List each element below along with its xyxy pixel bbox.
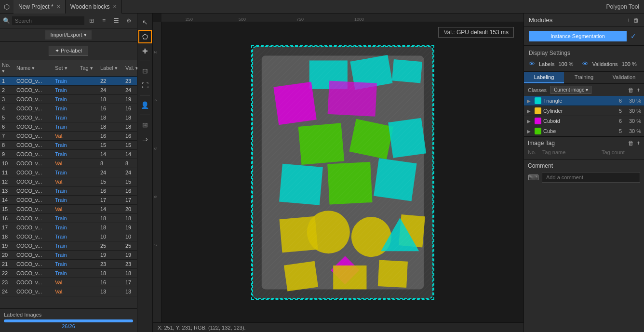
arrow-tool-btn[interactable]: ⇒ [138, 133, 152, 146]
cell-label: 15 [98, 141, 123, 149]
col-tag[interactable]: Tag ▾ [78, 61, 98, 75]
tab-labeling[interactable]: Labeling [524, 72, 564, 83]
class-name-label: Cylinder [543, 108, 610, 114]
val-value: GPU default 153 ms [456, 29, 509, 36]
table-row[interactable]: 6 COCO_v... Train 18 18 [0, 122, 137, 132]
filter-icon[interactable]: ≡ [99, 15, 109, 26]
col-set[interactable]: Set ▾ [53, 61, 78, 75]
table-row[interactable]: 20 COCO_v... Train 19 19 [0, 251, 137, 260]
class-name-label: Cuboid [543, 118, 610, 124]
table-row[interactable]: 5 COCO_v... Train 18 18 [0, 113, 137, 122]
cell-name: COCO_v... [14, 269, 53, 278]
validations-eye-icon[interactable]: 👁 [582, 60, 589, 67]
grid-tool-btn[interactable]: ⊞ [138, 118, 152, 132]
table-row[interactable]: 17 COCO_v... Train 18 19 [0, 223, 137, 232]
table-row[interactable]: 23 COCO_v... Val. 16 17 [0, 278, 137, 287]
person-tool-btn[interactable]: 👤 [138, 98, 152, 112]
cell-val: 18 [123, 214, 137, 223]
instance-segmentation-button[interactable]: Instance Segmentation [529, 31, 627, 41]
comment-title: Comment [528, 162, 640, 169]
cell-no: 12 [0, 177, 14, 186]
polygon-tool-btn[interactable]: ⬠ [138, 30, 152, 43]
segment-tool-btn[interactable]: ⛶ [138, 79, 152, 92]
table-row[interactable]: 1 COCO_v... Train 22 23 [0, 77, 137, 86]
table-row[interactable]: 7 COCO_v... Val. 16 16 [0, 132, 137, 141]
table-row[interactable]: 18 COCO_v... Train 10 10 [0, 232, 137, 241]
table-row[interactable]: 21 COCO_v... Train 23 23 [0, 260, 137, 269]
comment-input[interactable] [542, 172, 640, 183]
select-tool-btn[interactable]: ↖ [138, 15, 152, 29]
search-icon: 🔍 [3, 17, 10, 24]
settings-icon[interactable]: ⚙ [123, 15, 134, 26]
add-class-icon[interactable]: + [637, 87, 640, 93]
table-row[interactable]: 9 COCO_v... Train 14 14 [0, 150, 137, 159]
tab-training[interactable]: Training [564, 72, 604, 83]
delete-tag-icon[interactable]: 🗑 [628, 140, 634, 146]
import-export-button[interactable]: Import/Export ▾ [45, 30, 91, 40]
labels-eye-icon[interactable]: 👁 [529, 60, 535, 67]
ruler-tick-750: 750 [296, 17, 304, 22]
cell-tag [78, 205, 98, 213]
status-coordinates: X: 251, Y: 231; RGB: (122, 132, 123). [158, 325, 246, 331]
table-row[interactable]: 22 COCO_v... Train 18 18 [0, 269, 137, 278]
table-row[interactable]: 3 COCO_v... Train 18 19 [0, 95, 137, 104]
cell-set: Train [53, 186, 78, 195]
left-panel: 🔍 ⊞ ≡ ☰ ⚙ Import/Export ▾ ✦ Pre-label No… [0, 13, 137, 332]
table-row[interactable]: 16 COCO_v... Train 18 18 [0, 214, 137, 223]
table-row[interactable]: 2 COCO_v... Train 24 24 [0, 86, 137, 95]
checkmark-icon: ✓ [631, 32, 636, 40]
list-icon[interactable]: ☰ [111, 15, 122, 26]
tab-close-wooden-blocks[interactable]: ✕ [113, 4, 117, 9]
cell-label: 18 [98, 214, 123, 223]
cell-name: COCO_v... [14, 104, 53, 113]
class-color-swatch [535, 97, 541, 104]
canvas-content[interactable]: Val.: GPU default 153 ms [161, 22, 523, 322]
add-point-btn[interactable]: ✚ [138, 44, 152, 58]
cell-val: 24 [123, 168, 137, 177]
canvas-area[interactable]: 250 500 750 1000 2 4 5 6 7 Val.: GPU def… [153, 13, 523, 332]
cell-name: COCO_v... [14, 186, 53, 195]
delete-module-icon[interactable]: 🗑 [633, 17, 639, 24]
cell-val: 19 [123, 95, 137, 104]
tab-validation[interactable]: Validation [604, 72, 644, 83]
ruler-tick-500: 500 [239, 17, 246, 22]
tab-close-new-project[interactable]: ✕ [56, 4, 60, 9]
table-row[interactable]: 13 COCO_v... Train 16 16 [0, 186, 137, 196]
cell-no: 21 [0, 260, 14, 268]
table-row[interactable]: 8 COCO_v... Train 15 15 [0, 141, 137, 150]
cell-val: 10 [123, 232, 137, 241]
progress-bar-outer [4, 319, 133, 322]
table-row[interactable]: 4 COCO_v... Train 16 16 [0, 104, 137, 113]
table-row[interactable]: 14 COCO_v... Train 17 17 [0, 196, 137, 205]
pre-label-button[interactable]: ✦ Pre-label [49, 46, 88, 56]
bbox-tool-btn[interactable]: ⊡ [138, 64, 152, 78]
validations-text: Validations [592, 61, 618, 67]
tab-wooden-blocks[interactable]: Wooden blocks ✕ [66, 0, 122, 13]
col-label[interactable]: Label ▾ [98, 61, 123, 75]
cell-val: 23 [123, 260, 137, 268]
col-no[interactable]: No. ▾ [0, 61, 14, 75]
class-row[interactable]: ▶ Cube 5 30 % [524, 126, 644, 136]
tab-new-project[interactable]: New Project * ✕ [13, 0, 66, 13]
class-row[interactable]: ▶ Triangle 6 30 % [524, 96, 644, 106]
val-label-text: Val.: [443, 29, 456, 36]
add-module-icon[interactable]: + [627, 17, 631, 24]
table-row[interactable]: 15 COCO_v... Val. 14 20 [0, 205, 137, 214]
current-image-button[interactable]: Current image ▾ [550, 86, 591, 94]
table-row[interactable]: 10 COCO_v... Val. 8 8 [0, 159, 137, 168]
import-export-bar: Import/Export ▾ [0, 28, 137, 42]
class-row[interactable]: ▶ Cuboid 6 30 % [524, 116, 644, 126]
vertical-toolbar: ↖ ⬠ ✚ ⊡ ⛶ 👤 ⊞ ⇒ [137, 13, 153, 332]
cell-tag [78, 196, 98, 204]
progress-count: 26/26 [4, 323, 133, 329]
class-row[interactable]: ▶ Cylinder 5 30 % [524, 106, 644, 116]
add-tag-icon[interactable]: + [637, 140, 640, 146]
view-toggle-icon[interactable]: ⊞ [86, 15, 97, 26]
col-name[interactable]: Name ▾ [14, 61, 53, 75]
table-row[interactable]: 19 COCO_v... Train 25 25 [0, 241, 137, 251]
table-row[interactable]: 11 COCO_v... Train 24 24 [0, 168, 137, 177]
delete-class-icon[interactable]: 🗑 [628, 87, 634, 93]
table-row[interactable]: 24 COCO_v... Val. 13 13 [0, 287, 137, 296]
search-input[interactable] [12, 16, 84, 25]
table-row[interactable]: 12 COCO_v... Val. 15 15 [0, 177, 137, 186]
